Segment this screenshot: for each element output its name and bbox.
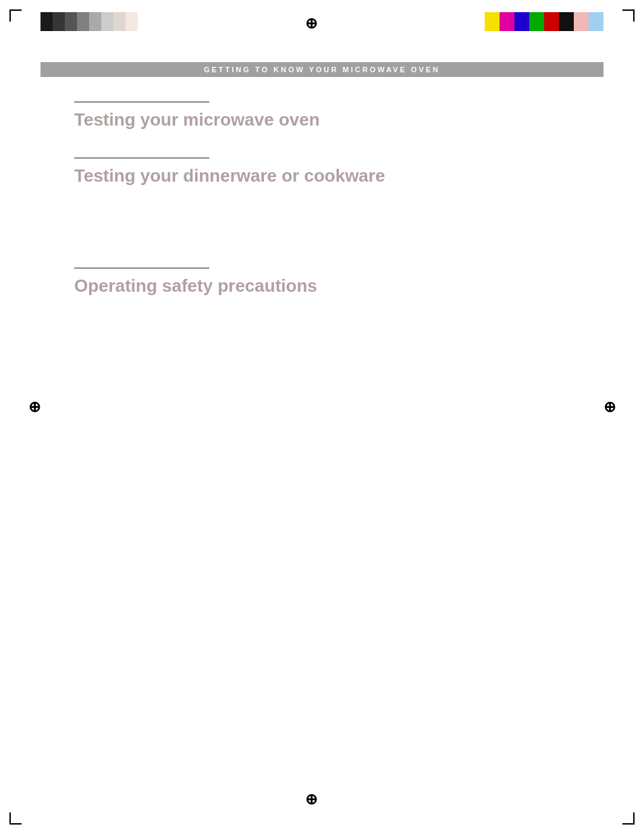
section-dinnerware: Testing your dinnerware or cookware	[74, 157, 570, 186]
section-safety: Operating safety precautions	[74, 267, 570, 296]
crosshair-bottom: ⊕	[305, 791, 317, 808]
color-bar-left	[41, 12, 138, 31]
color-bar-right	[485, 12, 603, 31]
section-divider-2	[74, 157, 209, 159]
section-title-microwave: Testing your microwave oven	[74, 109, 570, 130]
section-microwave: Testing your microwave oven	[74, 101, 570, 130]
corner-mark-tr	[622, 9, 635, 22]
corner-mark-br	[622, 812, 635, 825]
section-divider-3	[74, 267, 209, 269]
crosshair-top: ⊕	[305, 15, 317, 32]
corner-mark-tl	[9, 9, 22, 22]
main-content: Testing your microwave oven Testing your…	[74, 88, 570, 324]
section-title-dinnerware: Testing your dinnerware or cookware	[74, 165, 570, 186]
page-header-bar: GETTING TO KNOW YOUR MICROWAVE OVEN	[41, 62, 603, 77]
page-header-text: GETTING TO KNOW YOUR MICROWAVE OVEN	[204, 66, 440, 74]
crosshair-left: ⊕	[28, 398, 41, 416]
section-title-safety: Operating safety precautions	[74, 276, 570, 296]
section-divider-1	[74, 101, 209, 103]
corner-mark-bl	[9, 812, 22, 825]
crosshair-right: ⊕	[603, 398, 616, 416]
